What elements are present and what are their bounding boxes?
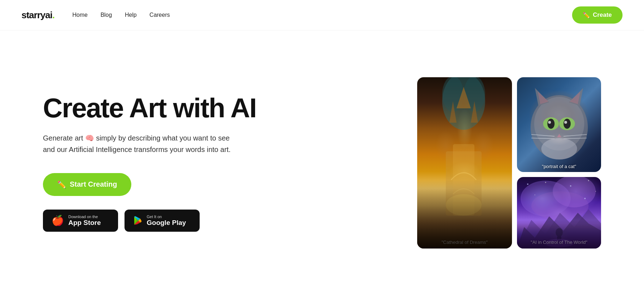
art-card-cat[interactable]: "portrait of a cat" xyxy=(517,77,601,172)
google-play-icon xyxy=(133,216,142,225)
start-creating-button[interactable]: ✏️ Start Creating xyxy=(43,173,131,196)
nav-home[interactable]: Home xyxy=(72,12,88,18)
store-buttons: 🍎 Download on the App Store xyxy=(43,210,256,232)
apple-icon: 🍎 xyxy=(52,215,64,226)
svg-point-39 xyxy=(556,228,563,237)
pencil-icon: ✏️ xyxy=(583,12,590,19)
logo[interactable]: starryai. xyxy=(21,10,54,21)
svg-point-31 xyxy=(545,182,546,183)
googleplay-small-label: Get It on xyxy=(147,215,186,219)
hero-left: Create Art with AI Generate art 🧠 simply… xyxy=(43,94,256,232)
googleplay-big-label: Google Play xyxy=(147,219,186,227)
art-card-ai[interactable]: "AI in Control of The World" xyxy=(517,177,601,249)
site-header: starryai. Home Blog Help Careers ✏️ Crea… xyxy=(0,0,644,30)
nav-careers[interactable]: Careers xyxy=(150,12,170,18)
start-pencil-icon: ✏️ xyxy=(57,180,66,189)
nav-help[interactable]: Help xyxy=(125,12,137,18)
svg-marker-37 xyxy=(517,209,601,249)
cat-label: "portrait of a cat" xyxy=(517,164,601,169)
svg-rect-7 xyxy=(453,144,474,216)
svg-point-33 xyxy=(588,180,589,181)
start-creating-label: Start Creating xyxy=(70,180,117,188)
google-play-button[interactable]: Get It on Google Play xyxy=(125,210,200,232)
main-content: Create Art with AI Generate art 🧠 simply… xyxy=(0,30,644,285)
svg-point-32 xyxy=(570,185,571,187)
svg-point-19 xyxy=(548,121,551,124)
svg-point-41 xyxy=(545,239,574,247)
svg-point-17 xyxy=(547,119,555,129)
svg-point-36 xyxy=(595,191,596,192)
svg-point-8 xyxy=(446,194,482,216)
svg-point-26 xyxy=(541,138,577,159)
ai-label: "AI in Control of The World" xyxy=(517,240,601,245)
googleplay-text: Get It on Google Play xyxy=(147,215,186,227)
appstore-small-label: Download on the xyxy=(68,215,101,219)
header-create-button[interactable]: ✏️ Create xyxy=(572,6,623,24)
appstore-big-label: App Store xyxy=(68,219,101,227)
svg-rect-40 xyxy=(557,236,561,243)
svg-point-30 xyxy=(527,183,528,185)
main-nav: Home Blog Help Careers xyxy=(72,12,170,18)
art-card-cathedral[interactable]: "Cathedral of Dreams" xyxy=(417,77,512,249)
appstore-text: Download on the App Store xyxy=(68,215,101,227)
header-left: starryai. Home Blog Help Careers xyxy=(21,10,170,21)
cathedral-label: "Cathedral of Dreams" xyxy=(417,240,512,245)
brain-emoji-icon: 🧠 xyxy=(85,134,94,142)
hero-title: Create Art with AI xyxy=(43,94,256,122)
svg-point-18 xyxy=(564,119,571,129)
hero-subtitle: Generate art 🧠 simply by describing what… xyxy=(43,132,233,155)
svg-point-34 xyxy=(535,195,535,195)
logo-dot: . xyxy=(52,10,54,20)
svg-point-20 xyxy=(564,121,567,124)
logo-text: starryai xyxy=(21,10,52,20)
subtitle-pre: Generate art xyxy=(43,134,83,142)
nav-blog[interactable]: Blog xyxy=(101,12,112,18)
svg-point-35 xyxy=(584,198,586,199)
app-store-button[interactable]: 🍎 Download on the App Store xyxy=(43,210,118,232)
art-cards-grid: "Cathedral of Dreams" xyxy=(417,77,601,249)
create-button-label: Create xyxy=(593,11,612,19)
